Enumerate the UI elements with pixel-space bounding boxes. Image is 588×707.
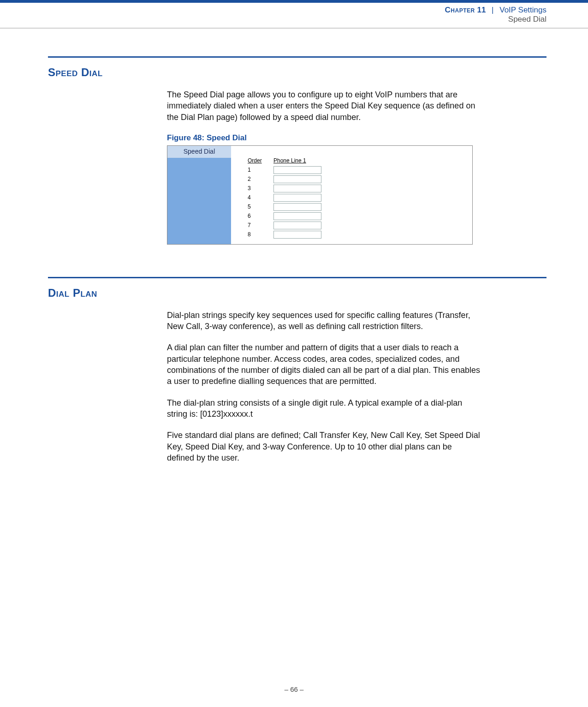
section-rule: [48, 277, 546, 278]
figure-input[interactable]: [273, 185, 321, 192]
figure-row-num: 1: [248, 166, 273, 174]
figure-input[interactable]: [273, 231, 321, 239]
figure-row-num: 7: [248, 222, 273, 229]
page-number: – 66 –: [285, 685, 304, 693]
figure-col-phone: Phone Line 1: [273, 157, 306, 164]
figure-input[interactable]: [273, 175, 321, 183]
figure-row: 4: [248, 193, 458, 202]
dial-plan-p1: Dial-plan strings specify key sequences …: [167, 310, 481, 332]
section-speed-dial: Speed Dial The Speed Dial page allows yo…: [48, 56, 546, 245]
figure-sidebar: Speed Dial: [167, 146, 231, 244]
section-heading-dial-plan: Dial Plan: [48, 287, 546, 300]
header-separator: |: [492, 6, 493, 14]
figure-tab-label: Speed Dial: [167, 146, 231, 158]
header-book-part: VoIP Settings: [499, 6, 546, 14]
figure-input[interactable]: [273, 212, 321, 220]
section-rule: [48, 56, 546, 58]
figure-row-num: 2: [248, 175, 273, 183]
figure-row: 5: [248, 202, 458, 211]
dial-plan-p2: A dial plan can filter the number and pa…: [167, 342, 481, 387]
figure-row-num: 6: [248, 212, 273, 220]
figure-main: Order Phone Line 1 1 2 3 4 5 6 7 8: [231, 146, 472, 244]
speed-dial-intro: The Speed Dial page allows you to config…: [167, 89, 481, 123]
page-content: Speed Dial The Speed Dial page allows yo…: [0, 29, 588, 463]
figure-row: 8: [248, 230, 458, 239]
section-heading-speed-dial: Speed Dial: [48, 66, 546, 79]
body-column-2: Dial-plan strings specify key sequences …: [167, 310, 481, 463]
figure-row-num: 3: [248, 185, 273, 192]
header-line-1: Chapter 11 | VoIP Settings: [0, 6, 546, 15]
header-page-topic: Speed Dial: [0, 15, 546, 24]
figure-input[interactable]: [273, 222, 321, 229]
dial-plan-p4: Five standard dial plans are defined; Ca…: [167, 430, 481, 463]
figure-input[interactable]: [273, 166, 321, 174]
page-footer: – 66 –: [0, 685, 588, 693]
figure-row: 2: [248, 174, 458, 184]
figure-row: 3: [248, 184, 458, 193]
dial-plan-p3: The dial-plan string consists of a singl…: [167, 397, 481, 420]
figure-row: 7: [248, 221, 458, 230]
section-dial-plan: Dial Plan Dial-plan strings specify key …: [48, 277, 546, 463]
figure-row: 1: [248, 165, 458, 174]
chapter-number: 11: [477, 6, 486, 14]
chapter-label: Chapter: [445, 6, 475, 14]
figure-speed-dial: Speed Dial Order Phone Line 1 1 2 3 4 5 …: [167, 145, 473, 245]
figure-input[interactable]: [273, 194, 321, 202]
body-column-1: The Speed Dial page allows you to config…: [167, 89, 481, 245]
figure-row-num: 4: [248, 194, 273, 201]
figure-caption: Figure 48: Speed Dial: [167, 133, 481, 144]
figure-header-row: Order Phone Line 1: [248, 157, 458, 164]
figure-input[interactable]: [273, 203, 321, 211]
figure-row-num: 5: [248, 203, 273, 210]
figure-row-num: 8: [248, 231, 273, 238]
figure-row: 6: [248, 211, 458, 221]
page-header: Chapter 11 | VoIP Settings Speed Dial: [0, 3, 588, 29]
figure-col-order: Order: [248, 157, 273, 164]
